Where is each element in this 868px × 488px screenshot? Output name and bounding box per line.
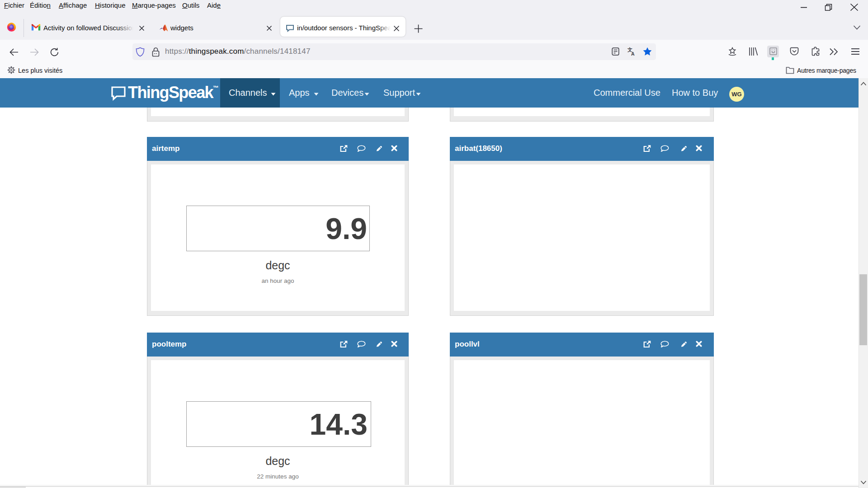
svg-text:文: 文 (627, 47, 632, 52)
